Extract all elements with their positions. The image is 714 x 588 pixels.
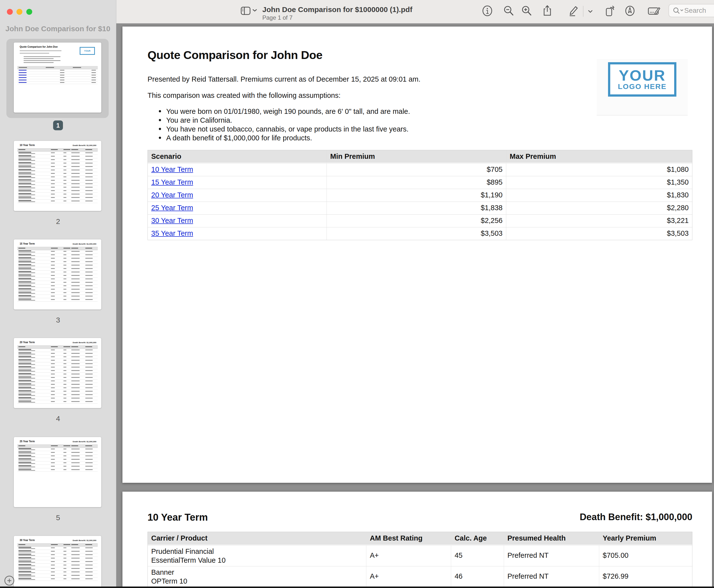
text-line-bar <box>18 200 31 201</box>
assumption-item: You are in California. <box>166 116 232 124</box>
text-line-bar <box>63 187 66 188</box>
text-line-bar <box>18 402 35 403</box>
text-line-bar <box>63 286 66 286</box>
bullet-icon <box>159 110 161 112</box>
text-line-bar <box>91 75 96 76</box>
text-line-bar <box>18 180 31 180</box>
text-line-bar <box>18 172 31 173</box>
text-line-bar <box>63 275 66 276</box>
toolbar-divider <box>583 6 584 17</box>
text-line-bar <box>63 149 70 150</box>
text-line-bar <box>63 350 66 350</box>
text-line-bar <box>71 571 80 572</box>
scenario-link[interactable]: 15 Year Term <box>151 178 193 186</box>
scenario-cell: 20 Year Term <box>148 189 327 202</box>
text-line-bar <box>18 300 35 301</box>
min-premium-cell: $2,256 <box>327 215 506 227</box>
text-line-bar <box>51 363 55 364</box>
minimize-button[interactable] <box>17 9 22 15</box>
text-line-bar <box>18 361 35 361</box>
text-line-bar <box>71 149 78 150</box>
text-line-bar <box>18 160 35 161</box>
text-line-bar <box>18 152 31 153</box>
sidebar-mode-chevron[interactable] <box>252 8 257 12</box>
scenario-link[interactable]: 25 Year Term <box>151 204 193 212</box>
thumbnail-page-title: Quote Comparison for John Doe <box>20 45 58 48</box>
search-field[interactable] <box>669 4 714 17</box>
rating-cell: A+ <box>366 545 451 566</box>
text-line-bar <box>71 391 80 392</box>
thumbnail-page-3[interactable]: 15 Year TermDeath Benefit: $1,000,000 <box>14 239 101 310</box>
share-icon <box>542 5 552 17</box>
scenario-link[interactable]: 30 Year Term <box>151 216 193 225</box>
info-button[interactable] <box>481 4 494 17</box>
thumbnail-page-5[interactable]: 25 Year TermDeath Benefit: $1,000,000 <box>14 437 101 507</box>
search-input[interactable] <box>684 6 714 15</box>
thumbnail-page-title: 25 Year Term <box>20 440 35 443</box>
bullet-icon <box>159 128 161 130</box>
close-button[interactable] <box>7 9 13 15</box>
presented-line: Presented by Reid Tattersall. Premiums c… <box>148 75 420 83</box>
text-line-bar <box>63 353 66 354</box>
text-line-bar <box>60 82 64 83</box>
markup-pencil-icon <box>568 5 579 17</box>
text-line-bar <box>63 462 66 463</box>
text-line-bar <box>18 193 31 194</box>
text-line-bar <box>71 558 80 559</box>
text-line-bar <box>18 272 35 273</box>
text-line-bar <box>63 391 66 392</box>
form-fill-button[interactable] <box>648 4 660 17</box>
scenario-link[interactable]: 10 Year Term <box>151 165 193 173</box>
max-premium-cell: $3,221 <box>506 215 692 227</box>
text-line-bar <box>85 579 93 579</box>
text-line-bar <box>63 456 66 456</box>
text-line-bar <box>85 166 93 167</box>
text-line-bar <box>85 544 92 545</box>
text-line-bar <box>71 176 80 177</box>
text-line-bar <box>85 275 93 276</box>
text-line-bar <box>63 401 66 402</box>
text-line-bar <box>71 350 80 350</box>
text-line-bar <box>18 292 31 293</box>
markup-options-chevron[interactable] <box>587 9 593 14</box>
zoom-out-button[interactable] <box>502 4 515 17</box>
text-line-bar <box>85 387 93 388</box>
text-line-bar <box>51 367 55 368</box>
thumbnail-page-6[interactable]: 30 Year TermDeath Benefit: $1,000,000 <box>14 536 101 588</box>
text-line-bar <box>18 576 35 576</box>
zoom-in-button[interactable] <box>520 4 533 17</box>
text-line-bar <box>18 162 31 163</box>
text-line-bar <box>51 194 55 194</box>
text-line-bar <box>18 574 31 575</box>
text-line-bar <box>18 176 31 177</box>
scenario-link[interactable]: 20 Year Term <box>151 191 193 199</box>
pointer-tool-button[interactable] <box>624 4 636 17</box>
text-line-bar <box>51 558 55 559</box>
text-line-bar <box>51 401 55 402</box>
text-line-bar <box>51 350 55 350</box>
scenario-link[interactable]: 35 Year Term <box>151 229 193 237</box>
rotate-button[interactable] <box>604 4 616 17</box>
text-line-bar <box>51 156 55 156</box>
share-button[interactable] <box>541 4 554 17</box>
text-line-bar <box>18 466 35 467</box>
text-line-bar <box>18 181 35 182</box>
markup-button[interactable] <box>567 4 580 17</box>
text-line-bar <box>85 286 93 286</box>
text-line-bar <box>71 156 80 156</box>
text-line-bar <box>18 569 35 570</box>
thumbnail-page-2[interactable]: 10 Year TermDeath Benefit: $1,000,000 <box>14 141 101 211</box>
text-line-bar <box>18 174 35 174</box>
thumbnail-page-1[interactable]: Quote Comparison for John DoeYOUR <box>14 43 101 112</box>
text-line-bar <box>85 469 93 470</box>
sidebar-toggle-button[interactable] <box>239 4 252 17</box>
text-line-bar <box>51 187 55 188</box>
min-premium-cell: $705 <box>327 164 506 176</box>
text-line-bar <box>18 557 31 558</box>
text-line-bar <box>18 448 31 449</box>
zoom-window-button[interactable] <box>26 9 32 15</box>
rating-cell: A+ <box>366 566 451 587</box>
zoom-scale-button[interactable] <box>4 576 14 586</box>
age-cell: 46 <box>451 566 504 587</box>
thumbnail-page-4[interactable]: 20 Year TermDeath Benefit: $1,000,000 <box>14 338 101 408</box>
